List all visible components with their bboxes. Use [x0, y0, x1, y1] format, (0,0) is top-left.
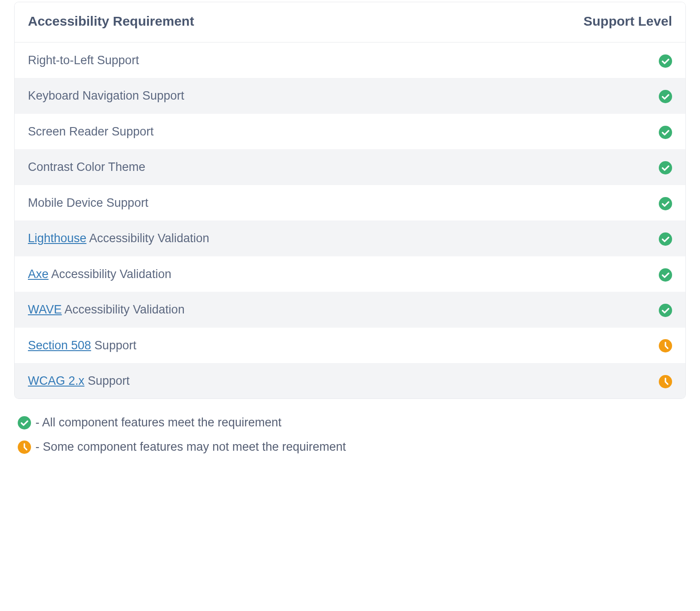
requirement-link[interactable]: Axe	[28, 267, 49, 281]
clock-icon	[659, 375, 672, 388]
support-cell	[446, 78, 685, 113]
table-row: Right-to-Left Support	[15, 43, 685, 78]
table-row: Keyboard Navigation Support	[15, 78, 685, 113]
requirement-cell: Mobile Device Support	[15, 185, 446, 220]
table-row: Contrast Color Theme	[15, 149, 685, 185]
check-circle-icon	[659, 54, 672, 68]
requirement-text: Accessibility Validation	[49, 267, 171, 281]
requirement-text: Accessibility Validation	[62, 303, 185, 316]
page: Accessibility Requirement Support Level …	[0, 0, 700, 482]
clock-icon	[659, 339, 672, 352]
support-cell	[446, 256, 685, 292]
svg-point-4	[659, 197, 672, 210]
requirement-cell: WCAG 2.x Support	[15, 363, 446, 398]
support-cell	[446, 149, 685, 185]
table-row: Mobile Device Support	[15, 185, 685, 220]
check-circle-icon	[659, 197, 672, 210]
accessibility-table: Accessibility Requirement Support Level …	[15, 2, 685, 398]
requirement-text: Support	[91, 339, 136, 352]
support-cell	[446, 114, 685, 149]
svg-point-1	[659, 90, 672, 103]
support-cell	[446, 185, 685, 220]
accessibility-table-container: Accessibility Requirement Support Level …	[14, 2, 686, 399]
svg-point-5	[659, 232, 672, 246]
check-circle-icon	[659, 268, 672, 282]
requirement-cell: Section 508 Support	[15, 328, 446, 363]
legend: - All component features meet the requir…	[14, 416, 686, 454]
svg-point-0	[659, 54, 672, 68]
support-cell	[446, 328, 685, 363]
requirement-link[interactable]: Section 508	[28, 339, 91, 352]
requirement-text: Mobile Device Support	[28, 196, 148, 209]
check-circle-icon	[659, 232, 672, 246]
legend-full-label: - All component features meet the requir…	[35, 416, 281, 429]
check-circle-icon	[659, 161, 672, 174]
table-row: WAVE Accessibility Validation	[15, 292, 685, 327]
requirement-text: Keyboard Navigation Support	[28, 89, 184, 102]
requirement-cell: WAVE Accessibility Validation	[15, 292, 446, 327]
table-row: Section 508 Support	[15, 328, 685, 363]
support-cell	[446, 292, 685, 327]
requirement-text: Contrast Color Theme	[28, 160, 145, 174]
check-circle-icon	[18, 416, 31, 429]
support-cell	[446, 363, 685, 398]
svg-point-10	[18, 416, 31, 429]
requirement-cell: Right-to-Left Support	[15, 43, 446, 78]
check-circle-icon	[659, 126, 672, 139]
table-row: Axe Accessibility Validation	[15, 256, 685, 292]
requirement-link[interactable]: WCAG 2.x	[28, 374, 85, 387]
requirement-cell: Keyboard Navigation Support	[15, 78, 446, 113]
svg-point-6	[659, 268, 672, 282]
legend-partial: - Some component features may not meet t…	[18, 440, 686, 454]
table-row: Screen Reader Support	[15, 114, 685, 149]
requirement-link[interactable]: WAVE	[28, 303, 62, 316]
requirement-text: Right-to-Left Support	[28, 54, 139, 67]
svg-point-7	[659, 304, 672, 317]
column-header-support: Support Level	[446, 2, 685, 43]
check-circle-icon	[659, 304, 672, 317]
requirement-text: Screen Reader Support	[28, 125, 154, 138]
support-cell	[446, 43, 685, 78]
table-row: Lighthouse Accessibility Validation	[15, 220, 685, 256]
requirement-text: Support	[85, 374, 130, 387]
clock-icon	[18, 441, 31, 454]
legend-partial-label: - Some component features may not meet t…	[35, 440, 346, 454]
requirement-cell: Contrast Color Theme	[15, 149, 446, 185]
column-header-requirement: Accessibility Requirement	[15, 2, 446, 43]
requirement-link[interactable]: Lighthouse	[28, 232, 86, 245]
requirement-cell: Lighthouse Accessibility Validation	[15, 220, 446, 256]
requirement-text: Accessibility Validation	[86, 232, 209, 245]
requirement-cell: Axe Accessibility Validation	[15, 256, 446, 292]
check-circle-icon	[659, 90, 672, 103]
table-header-row: Accessibility Requirement Support Level	[15, 2, 685, 43]
svg-point-3	[659, 161, 672, 174]
table-row: WCAG 2.x Support	[15, 363, 685, 398]
requirement-cell: Screen Reader Support	[15, 114, 446, 149]
legend-full: - All component features meet the requir…	[18, 416, 686, 429]
svg-point-2	[659, 126, 672, 139]
support-cell	[446, 220, 685, 256]
